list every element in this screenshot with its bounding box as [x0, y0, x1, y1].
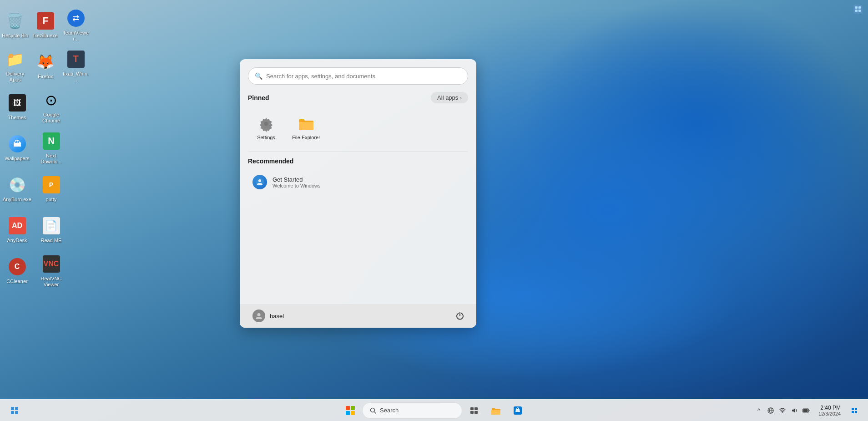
settings-label: Settings: [257, 135, 275, 140]
recommended-section: Recommended Get Started Welcome to Windo…: [248, 157, 468, 193]
svg-rect-0: [853, 5, 863, 14]
notification-center-icon[interactable]: [848, 404, 861, 417]
svg-point-9: [258, 179, 261, 182]
svg-rect-28: [855, 408, 857, 410]
start-menu-search-input[interactable]: [266, 73, 461, 80]
recycle-bin-label: Recycle Bin: [2, 33, 28, 39]
realvnc-icon: VNC: [41, 254, 61, 274]
desktop-icons-area: 🗑️ Recycle Bin F filezilla.exe ⇄ TeamVie…: [0, 0, 91, 421]
desktop-icon-recycle-bin[interactable]: 🗑️ Recycle Bin: [0, 5, 30, 46]
putty-icon: P: [41, 175, 61, 195]
tray-earth-icon[interactable]: [766, 406, 776, 416]
recommended-section-header: Recommended: [248, 157, 468, 165]
desktop-icon-delivery-apps[interactable]: 📁 Delivery Apps: [0, 46, 30, 86]
firefox-label: Firefox: [38, 74, 53, 80]
svg-rect-30: [855, 411, 857, 413]
delivery-apps-label: Delivery Apps: [2, 71, 29, 83]
taskbar-center: Search: [340, 401, 528, 421]
power-button[interactable]: [453, 309, 467, 323]
anydesk-icon: AD: [7, 216, 27, 236]
tray-battery-icon[interactable]: [801, 406, 811, 416]
desktop-icon-tixati[interactable]: T tixati_Winn...: [61, 46, 91, 86]
delivery-apps-icon: 📁: [5, 49, 25, 69]
start-button[interactable]: [340, 401, 360, 421]
tixati-label: tixati_Winn...: [62, 71, 89, 83]
svg-rect-26: [803, 409, 808, 412]
get-started-title: Get Started: [273, 176, 321, 183]
google-chrome-label: Google Chrome: [36, 112, 66, 124]
user-avatar-icon: [252, 309, 265, 322]
recycle-bin-icon: 🗑️: [5, 11, 25, 31]
start-menu: 🔍 Pinned All apps ›: [240, 59, 476, 328]
desktop-icon-firefox[interactable]: 🦊 Firefox: [30, 46, 61, 86]
wallpapers-label: Wallpapers: [5, 156, 30, 162]
svg-rect-2: [858, 6, 861, 9]
desktop-icon-wallpapers[interactable]: 🏔 Wallpapers: [0, 127, 34, 168]
tixati-icon: T: [66, 49, 86, 69]
clock-time: 2:40 PM: [820, 405, 841, 411]
google-chrome-icon: ⊙: [41, 90, 61, 110]
clock-area[interactable]: 2:40 PM 12/3/2024: [815, 404, 844, 417]
file-explorer-icon: [298, 116, 314, 132]
pinned-app-settings[interactable]: Settings: [248, 110, 284, 146]
tray-chevron-icon[interactable]: ^: [754, 406, 764, 416]
all-apps-button[interactable]: All apps ›: [431, 92, 468, 103]
desktop-icon-anydesk[interactable]: AD AnyDesk: [0, 209, 34, 250]
chevron-right-icon: ›: [460, 95, 462, 101]
taskbar-search-label: Search: [380, 407, 399, 414]
svg-rect-1: [855, 6, 858, 9]
taskbar-right: ^: [754, 404, 861, 417]
taskbar-file-explorer-button[interactable]: [486, 401, 506, 421]
taskbar-store-icon: [513, 406, 523, 416]
all-apps-label: All apps: [437, 94, 458, 101]
pinned-section-header: Pinned All apps ›: [248, 92, 468, 103]
svg-rect-13: [11, 411, 14, 414]
desktop-icon-filezilla[interactable]: F filezilla.exe: [30, 5, 61, 46]
taskbar-store-button[interactable]: [508, 401, 528, 421]
recommended-item-get-started[interactable]: Get Started Welcome to Windows: [248, 171, 468, 193]
desktop-icon-google-chrome[interactable]: ⊙ Google Chrome: [34, 86, 68, 127]
ccleaner-icon: C: [7, 257, 27, 277]
pinned-title: Pinned: [248, 94, 269, 101]
start-menu-search-area: 🔍: [240, 59, 476, 89]
system-tray: ^: [754, 406, 811, 416]
nextdl-icon: N: [41, 131, 61, 151]
desktop-icon-putty[interactable]: P putty: [34, 168, 68, 209]
teamviewer-label: TeamViewer...: [62, 30, 89, 42]
svg-rect-25: [809, 410, 810, 411]
svg-rect-27: [852, 408, 854, 410]
top-right-notification-icon[interactable]: [853, 5, 863, 15]
desktop-icon-readme[interactable]: 📄 Read ME: [34, 209, 68, 250]
desktop-icon-ccleaner[interactable]: C CCleaner: [0, 250, 34, 291]
get-started-text: Get Started Welcome to Windows: [273, 176, 321, 188]
desktop-icon-realvnc[interactable]: VNC RealVNC Viewer: [34, 250, 68, 291]
teamviewer-icon: ⇄: [66, 8, 86, 28]
svg-rect-19: [474, 411, 478, 414]
svg-rect-18: [470, 411, 474, 414]
start-menu-content: Pinned All apps › Settings: [240, 89, 476, 304]
ccleaner-label: CCleaner: [6, 279, 27, 284]
desktop-icon-themes[interactable]: 🖼 Themes: [0, 86, 34, 127]
start-menu-search-bar[interactable]: 🔍: [248, 67, 468, 85]
desktop-icon-teamviewer[interactable]: ⇄ TeamViewer...: [61, 5, 91, 46]
desktop-icon-nextdl[interactable]: N Next Downlo...: [34, 127, 68, 168]
filezilla-icon: F: [35, 11, 56, 31]
tray-speaker-icon[interactable]: [789, 406, 799, 416]
get-started-icon: [252, 175, 267, 189]
desktop-icon-anyburn[interactable]: 💿 AnyBurn.exe: [0, 168, 34, 209]
taskbar-search-bar[interactable]: Search: [362, 402, 462, 419]
start-menu-bottom-bar: basel: [240, 304, 476, 328]
tray-wifi-icon[interactable]: [777, 406, 787, 416]
pinned-app-file-explorer[interactable]: File Explorer: [288, 110, 324, 146]
widgets-button[interactable]: [5, 401, 25, 421]
filezilla-label: filezilla.exe: [33, 33, 58, 39]
task-view-button[interactable]: [464, 401, 484, 421]
svg-point-7: [264, 122, 268, 126]
anyburn-icon: 💿: [7, 175, 27, 195]
svg-rect-12: [15, 407, 18, 410]
user-info-area[interactable]: basel: [249, 308, 288, 324]
themes-icon: 🖼: [7, 93, 27, 113]
clock-date: 12/3/2024: [818, 411, 841, 416]
themes-label: Themes: [8, 115, 26, 121]
taskbar: Search: [0, 399, 868, 421]
